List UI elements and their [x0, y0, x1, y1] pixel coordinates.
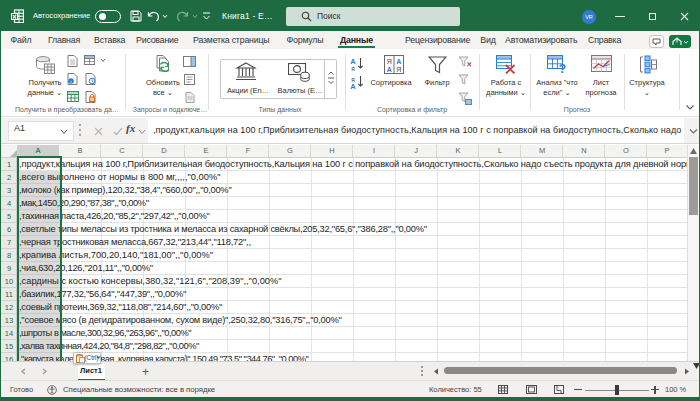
svg-text:А: А: [387, 66, 392, 73]
svg-text:А: А: [350, 82, 356, 90]
svg-text:А: А: [396, 58, 401, 65]
svg-text:я: я: [351, 65, 355, 72]
svg-text:?: ?: [559, 62, 566, 74]
svg-text:Я: Я: [387, 58, 392, 65]
svg-text:Я: Я: [396, 66, 401, 73]
